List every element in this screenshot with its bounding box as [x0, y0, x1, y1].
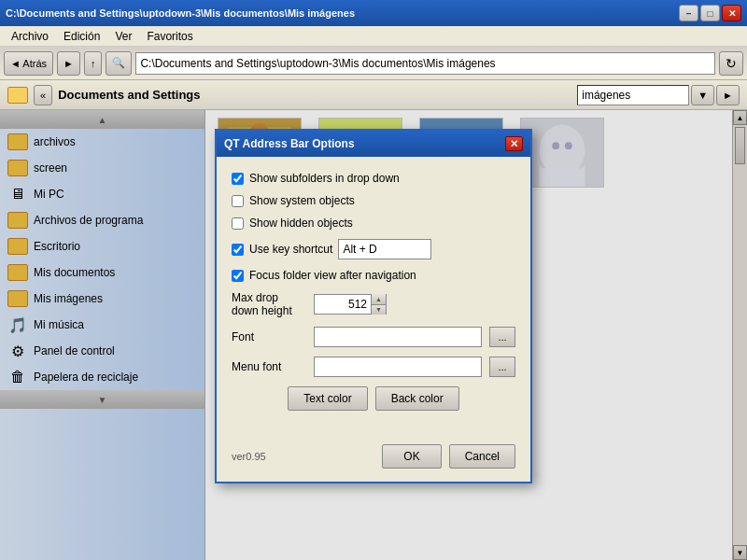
font-input[interactable]: [314, 327, 482, 347]
spinner-arrows: ▲ ▼: [371, 294, 386, 315]
use-key-shortcut-label: Use key shortcut: [249, 243, 332, 256]
address-input[interactable]: [140, 57, 711, 70]
show-hidden-objects-row: Show hidden objects: [232, 217, 515, 230]
dialog-overlay: QT Address Bar Options ✕ Show subfolders…: [0, 110, 747, 560]
qt-address-bar-dialog: QT Address Bar Options ✕ Show subfolders…: [215, 129, 532, 483]
folder-name: imágenes: [582, 89, 630, 102]
menu-font-browse-button[interactable]: ...: [489, 357, 515, 377]
dialog-title: QT Address Bar Options: [224, 137, 505, 150]
menu-font-label: Menu font: [232, 360, 306, 373]
font-row: Font ...: [232, 327, 515, 347]
main-area: ▲ archivos screen 🖥 Mi PC Archivos de pr…: [0, 110, 747, 560]
dropdown-arrow-button[interactable]: ▼: [691, 85, 714, 105]
minimize-button[interactable]: –: [679, 5, 698, 21]
second-toolbar: « Documents and Settings imágenes ▼ ►: [0, 80, 747, 110]
max-dropdown-label: Max drop down height: [232, 291, 306, 317]
focus-folder-label: Focus folder view after navigation: [249, 269, 416, 282]
cancel-button[interactable]: Cancel: [449, 444, 515, 469]
max-dropdown-input[interactable]: [315, 295, 371, 314]
footer-buttons: OK Cancel: [382, 444, 515, 469]
show-subfolders-row: Show subfolders in drop down: [232, 172, 515, 185]
menu-bar: Archivo Edición Ver Favoritos: [0, 26, 747, 47]
color-buttons-row: Text color Back color: [232, 386, 515, 411]
max-dropdown-row: Max drop down height ▲ ▼: [232, 291, 515, 317]
focus-folder-row: Focus folder view after navigation: [232, 269, 515, 282]
show-hidden-objects-label: Show hidden objects: [249, 217, 353, 230]
window-controls: – □ ✕: [679, 5, 741, 21]
search-button[interactable]: 🔍: [106, 51, 132, 76]
breadcrumb: Documents and Settings: [58, 88, 200, 102]
font-browse-button[interactable]: ...: [489, 327, 515, 347]
dialog-close-button[interactable]: ✕: [505, 136, 523, 151]
text-color-button[interactable]: Text color: [288, 386, 367, 411]
focus-folder-checkbox[interactable]: [232, 270, 244, 282]
menu-ver[interactable]: Ver: [107, 28, 139, 45]
folder-icon: [7, 87, 28, 104]
use-key-shortcut-checkbox[interactable]: [232, 244, 244, 256]
show-subfolders-label: Show subfolders in drop down: [249, 172, 400, 185]
dialog-footer: ver0.95 OK Cancel: [217, 437, 530, 482]
show-system-objects-checkbox[interactable]: [232, 195, 244, 207]
refresh-button[interactable]: ↻: [719, 51, 743, 76]
menu-font-row: Menu font ...: [232, 357, 515, 377]
show-hidden-objects-checkbox[interactable]: [232, 217, 244, 230]
menu-font-input[interactable]: [314, 357, 482, 377]
spinner-up[interactable]: ▲: [372, 294, 386, 305]
breadcrumb-separator[interactable]: «: [34, 85, 52, 105]
show-system-objects-label: Show system objects: [249, 194, 355, 207]
menu-edicion[interactable]: Edición: [56, 28, 107, 45]
key-shortcut-input[interactable]: [338, 239, 431, 259]
address-bar: ◄ Atrás ► ↑ 🔍 ↻: [0, 47, 747, 80]
up-button[interactable]: ↑: [84, 51, 103, 76]
menu-favoritos[interactable]: Favoritos: [139, 28, 200, 45]
back-color-button[interactable]: Back color: [375, 386, 459, 411]
dialog-body: Show subfolders in drop down Show system…: [217, 157, 530, 437]
address-field-wrapper: [135, 52, 715, 75]
menu-archivo[interactable]: Archivo: [4, 28, 56, 45]
use-key-shortcut-row: Use key shortcut: [232, 239, 515, 259]
font-label: Font: [232, 330, 306, 343]
max-dropdown-spinner: ▲ ▼: [314, 294, 387, 315]
show-system-objects-row: Show system objects: [232, 194, 515, 207]
window-title-bar: C:\Documents and Settings\uptodown-3\Mis…: [0, 0, 747, 26]
ok-button[interactable]: OK: [382, 444, 441, 469]
maximize-button[interactable]: □: [700, 5, 720, 21]
window-title: C:\Documents and Settings\uptodown-3\Mis…: [6, 7, 679, 19]
dialog-title-bar: QT Address Bar Options ✕: [217, 131, 530, 157]
nav-right-button[interactable]: ►: [716, 85, 740, 105]
show-subfolders-checkbox[interactable]: [232, 173, 244, 185]
spinner-down[interactable]: ▼: [372, 305, 386, 315]
forward-button[interactable]: ►: [57, 51, 80, 76]
window-close-button[interactable]: ✕: [722, 5, 741, 21]
back-button[interactable]: ◄ Atrás: [4, 51, 53, 76]
version-label: ver0.95: [232, 451, 266, 462]
